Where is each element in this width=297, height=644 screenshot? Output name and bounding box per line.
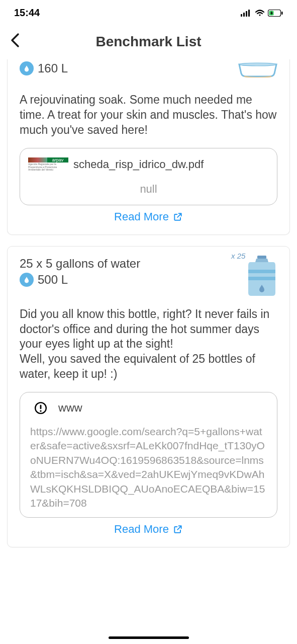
status-bar: 15:44 (0, 0, 297, 24)
bottle-graphic: x 25 (246, 256, 277, 299)
wifi-icon (255, 10, 265, 17)
liters-row: 500 L (20, 273, 140, 287)
svg-rect-9 (248, 270, 275, 273)
svg-rect-8 (257, 256, 266, 259)
liters-value: 160 L (38, 61, 68, 75)
svg-rect-10 (248, 277, 275, 280)
arpav-logo: arpav Agenzia Regionale per la Prevenzio… (28, 157, 68, 172)
home-indicator[interactable] (109, 636, 189, 639)
back-button[interactable] (10, 33, 20, 50)
svg-rect-1 (243, 13, 245, 17)
water-drop-icon (20, 61, 34, 75)
content: 160 L A rejouvinating soak. Some much ne… (0, 59, 297, 547)
status-time: 15:44 (14, 7, 40, 19)
link-url: https://www.google.com/search?q=5+gallon… (28, 425, 269, 510)
external-link-icon (173, 212, 183, 222)
link-subtitle: null (28, 183, 269, 196)
liters-row: 160 L (20, 61, 68, 75)
svg-rect-12 (40, 405, 42, 410)
svg-rect-3 (248, 10, 250, 17)
info-warning-icon (34, 401, 47, 415)
source-link-box[interactable]: arpav Agenzia Regionale per la Prevenzio… (20, 148, 277, 205)
card-title: 25 x 5 gallons of water (20, 257, 140, 271)
battery-icon (268, 10, 283, 17)
page-title: Benchmark List (95, 34, 201, 50)
link-filename: scheda_risp_idrico_dw.pdf (73, 158, 204, 171)
svg-rect-2 (246, 11, 247, 17)
header: Benchmark List (0, 24, 297, 59)
benchmark-card: 25 x 5 gallons of water 500 L x 25 (7, 246, 290, 548)
benchmark-card: 160 L A rejouvinating soak. Some much ne… (7, 59, 290, 235)
bottle-count-label: x 25 (231, 252, 245, 260)
svg-rect-5 (281, 12, 283, 15)
card-description: A rejouvinating soak. Some much needed m… (20, 93, 277, 138)
cellular-icon (241, 10, 252, 17)
bathtub-icon (238, 62, 277, 77)
card-description: Did you all know this bottle, right? It … (20, 307, 277, 382)
water-drop-icon (20, 273, 34, 287)
read-more-link[interactable]: Read More (20, 523, 277, 536)
read-more-link[interactable]: Read More (20, 210, 277, 223)
svg-rect-0 (241, 14, 242, 17)
source-link-box[interactable]: www https://www.google.com/search?q=5+ga… (20, 392, 277, 518)
svg-point-7 (239, 63, 276, 66)
liters-value: 500 L (38, 273, 68, 287)
external-link-icon (173, 524, 183, 534)
water-bottle-icon (246, 256, 277, 297)
status-icons (241, 10, 283, 17)
link-label: www (58, 401, 82, 415)
svg-point-13 (40, 410, 41, 412)
